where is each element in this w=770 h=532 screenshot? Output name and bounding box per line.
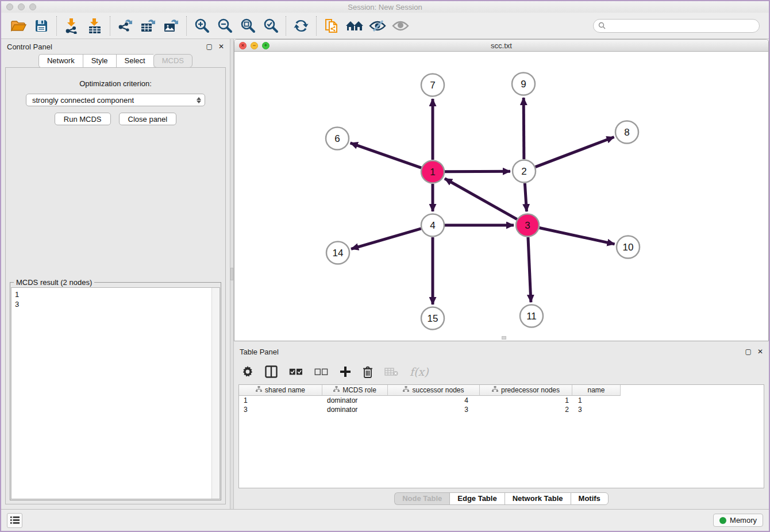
canvas-resize-handle[interactable] bbox=[502, 336, 506, 340]
main-toolbar bbox=[1, 13, 769, 39]
apply-function-icon[interactable]: f(x) bbox=[410, 365, 429, 378]
tab-motifs[interactable]: Motifs bbox=[571, 492, 609, 505]
export-image-icon[interactable] bbox=[161, 16, 181, 36]
import-network-icon[interactable] bbox=[62, 16, 82, 36]
select-all-columns-icon[interactable] bbox=[289, 368, 303, 376]
close-table-panel-icon[interactable]: ✕ bbox=[757, 348, 763, 355]
table-panel: Table Panel ▢ ✕ bbox=[234, 344, 769, 509]
toolbar-separator bbox=[286, 16, 286, 36]
float-panel-icon[interactable]: ▢ bbox=[206, 43, 213, 50]
network-view-window: × − + scc.txt 7968124314101511 bbox=[234, 39, 769, 341]
run-mcds-button[interactable]: Run MCDS bbox=[55, 113, 111, 125]
tab-node-table[interactable]: Node Table bbox=[394, 492, 449, 505]
export-network-icon[interactable] bbox=[116, 16, 135, 36]
tab-style[interactable]: Style bbox=[83, 54, 116, 68]
zoom-in-icon[interactable] bbox=[192, 16, 211, 36]
task-list-icon bbox=[10, 516, 20, 524]
show-graphics-eye-icon[interactable] bbox=[391, 16, 410, 36]
table-row[interactable]: 3dominator323 bbox=[239, 405, 764, 414]
result-scrollbar[interactable] bbox=[211, 288, 220, 499]
main-titlebar: Session: New Session bbox=[1, 1, 769, 13]
zoom-out-icon[interactable] bbox=[215, 16, 234, 36]
add-column-icon[interactable] bbox=[340, 366, 351, 377]
open-session-icon[interactable] bbox=[9, 16, 28, 36]
graph-edge-1-6[interactable] bbox=[351, 143, 422, 168]
refresh-icon[interactable] bbox=[291, 16, 311, 36]
tab-mcds[interactable]: MCDS bbox=[153, 54, 192, 68]
network-window-titlebar: × − + scc.txt bbox=[234, 40, 768, 52]
svg-text:9: 9 bbox=[521, 79, 526, 90]
clone-network-icon[interactable] bbox=[322, 16, 341, 36]
status-bar: Memory bbox=[1, 509, 769, 531]
delete-column-trash-icon[interactable] bbox=[363, 366, 373, 378]
graph-edge-3-10[interactable] bbox=[540, 228, 615, 244]
delete-table-icon[interactable] bbox=[384, 367, 398, 376]
column-header-successor-nodes[interactable]: successor nodes bbox=[388, 385, 480, 396]
unselect-all-columns-icon[interactable] bbox=[314, 368, 328, 376]
save-session-icon[interactable] bbox=[32, 16, 51, 36]
close-panel-button[interactable]: Close panel bbox=[119, 113, 177, 125]
export-table-icon[interactable] bbox=[138, 16, 158, 36]
zoom-fit-icon[interactable] bbox=[238, 16, 257, 36]
graph-edge-2-8[interactable] bbox=[536, 137, 614, 167]
graph-node-6[interactable]: 6 bbox=[326, 128, 349, 150]
memory-button[interactable]: Memory bbox=[713, 514, 763, 527]
column-header-shared-name[interactable]: shared name bbox=[239, 385, 322, 396]
column-sort-icon bbox=[256, 386, 262, 394]
float-table-panel-icon[interactable]: ▢ bbox=[745, 348, 752, 355]
graph-node-3[interactable]: 3 bbox=[516, 214, 539, 237]
zoom-selected-icon[interactable] bbox=[261, 16, 280, 36]
table-cell: 1 bbox=[480, 396, 572, 404]
column-header-MCDS-role[interactable]: MCDS role bbox=[322, 385, 388, 396]
control-panel: Control Panel ▢ ✕ NetworkStyleSelectMCDS… bbox=[1, 39, 230, 509]
table-options-gear-icon[interactable] bbox=[242, 366, 253, 377]
optimization-criterion-select[interactable]: strongly connected component bbox=[26, 94, 205, 106]
svg-text:4: 4 bbox=[430, 220, 435, 231]
graph-edge-4-14[interactable] bbox=[351, 229, 421, 249]
column-sort-icon bbox=[403, 386, 409, 394]
import-table-icon[interactable] bbox=[85, 16, 105, 36]
graph-edge-2-9[interactable] bbox=[523, 98, 524, 159]
tab-edge-table[interactable]: Edge Table bbox=[449, 492, 504, 505]
close-panel-icon[interactable]: ✕ bbox=[218, 43, 224, 50]
column-header-predecessor-nodes[interactable]: predecessor nodes bbox=[480, 385, 572, 396]
graph-edge-3-1[interactable] bbox=[445, 179, 517, 219]
graph-node-15[interactable]: 15 bbox=[421, 307, 444, 330]
search-icon bbox=[598, 22, 606, 29]
graph-node-9[interactable]: 9 bbox=[512, 73, 535, 95]
network-canvas[interactable]: 7968124314101511 bbox=[234, 52, 768, 341]
tab-network[interactable]: Network bbox=[38, 54, 83, 68]
task-history-button[interactable] bbox=[7, 513, 22, 528]
graph-node-11[interactable]: 11 bbox=[520, 305, 543, 327]
network-graph[interactable]: 7968124314101511 bbox=[234, 52, 768, 341]
home-views-icon[interactable] bbox=[345, 16, 364, 36]
graph-node-10[interactable]: 10 bbox=[617, 236, 640, 259]
tab-select[interactable]: Select bbox=[116, 54, 153, 68]
graph-node-14[interactable]: 14 bbox=[326, 242, 349, 264]
graph-node-2[interactable]: 2 bbox=[513, 160, 536, 183]
graph-node-1[interactable]: 1 bbox=[421, 161, 444, 183]
column-layout-icon[interactable] bbox=[265, 365, 278, 378]
graph-node-7[interactable]: 7 bbox=[421, 74, 444, 97]
search-input[interactable] bbox=[609, 22, 754, 30]
graph-node-8[interactable]: 8 bbox=[615, 121, 638, 144]
hide-graphics-eye-icon[interactable] bbox=[368, 16, 387, 36]
vertical-splitter[interactable] bbox=[230, 39, 234, 509]
graph-node-4[interactable]: 4 bbox=[421, 214, 444, 237]
table-row[interactable]: 1dominator411 bbox=[239, 396, 764, 405]
splitter-handle[interactable] bbox=[230, 268, 233, 280]
memory-label: Memory bbox=[730, 516, 757, 525]
window-title: Session: New Session bbox=[1, 3, 769, 11]
graph-edge-3-11[interactable] bbox=[528, 237, 531, 302]
search-field[interactable] bbox=[593, 19, 760, 33]
table-cell: 1 bbox=[239, 396, 322, 404]
tab-network-table[interactable]: Network Table bbox=[505, 492, 571, 505]
svg-text:6: 6 bbox=[334, 133, 340, 144]
select-arrows-icon bbox=[197, 97, 201, 103]
graph-edge-2-3[interactable] bbox=[525, 183, 526, 211]
column-header-name[interactable]: name bbox=[572, 385, 621, 396]
mcds-result-group: MCDS result (2 nodes) 1 3 bbox=[10, 282, 221, 500]
svg-text:15: 15 bbox=[428, 313, 438, 324]
mcds-result-list[interactable]: 1 3 bbox=[11, 288, 211, 499]
graph-edge-1-2[interactable] bbox=[445, 171, 510, 172]
